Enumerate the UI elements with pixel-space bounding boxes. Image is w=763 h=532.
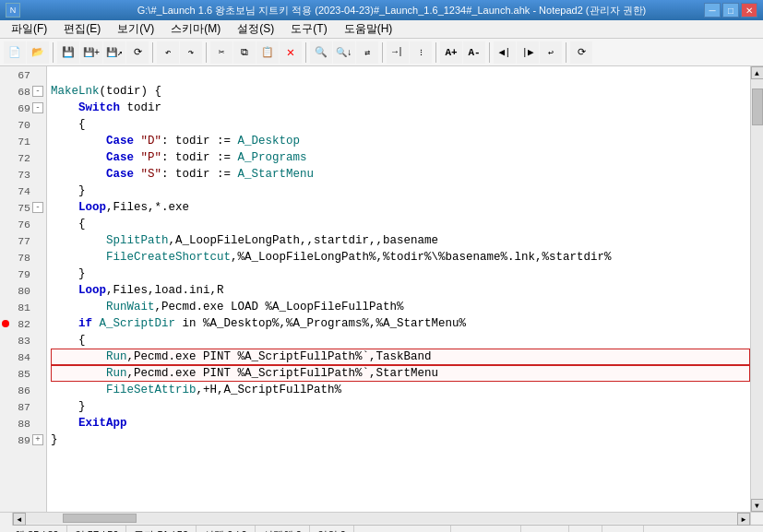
token: ,Pecmd.exe PINT %A_ScriptFullPath%`,Star… (127, 365, 439, 382)
line-number: 84 (10, 351, 30, 363)
fold-icon[interactable]: - (32, 102, 43, 113)
line-number: 77 (10, 235, 30, 247)
line-number: 74 (10, 185, 30, 197)
token: Switch (51, 100, 120, 116)
maximize-button[interactable]: □ (722, 3, 739, 18)
window-title: G:\#_Launch 1.6 왕초보님 지트키 적용 (2023-04-23)… (79, 4, 704, 18)
menu-item-도움말h[interactable]: 도움말(H) (337, 21, 400, 38)
menu-item-도구t[interactable]: 도구(T) (283, 21, 334, 38)
code-area[interactable]: MakeLnk(todir) { Switch todir { Case "D"… (47, 66, 750, 512)
redo-button[interactable]: ↷ (180, 41, 202, 64)
cut-button[interactable]: ✂ (210, 41, 232, 64)
toolbar-sep-3 (206, 42, 207, 63)
scroll-down-arrow[interactable]: ▼ (751, 499, 764, 512)
fold-icon[interactable]: - (32, 86, 43, 97)
gutter-line: 78 (0, 249, 46, 266)
zoom-in-button[interactable]: A+ (440, 41, 462, 64)
line-number: 70 (10, 119, 30, 131)
vertical-scrollbar[interactable]: ▲ ▼ (750, 66, 763, 512)
delete-button[interactable]: ✕ (280, 41, 302, 64)
token: ExitApp (51, 415, 127, 432)
save-copy-button[interactable]: 💾↗ (103, 41, 125, 64)
token: todir (120, 100, 161, 116)
menu-item-보기v[interactable]: 보기(V) (110, 21, 161, 38)
code-line: Loop,Files,load.ini,R (51, 282, 750, 299)
gutter-line: 82 (0, 315, 46, 332)
copy-button[interactable]: ⧉ (233, 41, 256, 64)
new-button[interactable]: 📄 (4, 41, 26, 64)
zoom-tools: A+ A- (440, 41, 485, 64)
scroll-right-arrow[interactable]: ► (737, 513, 750, 526)
find-button[interactable]: 🔍 (310, 41, 332, 64)
line-number: 82 (10, 318, 30, 330)
line-number: 68 (10, 86, 30, 98)
save-button[interactable]: 💾 (57, 41, 79, 64)
run-button[interactable]: ⟳ (570, 41, 592, 64)
code-line: } (51, 432, 750, 448)
menu-item-설정s[interactable]: 설정(S) (230, 21, 281, 38)
gutter-line: 77 (0, 232, 46, 249)
prev-button[interactable]: ◀| (494, 41, 516, 64)
status-eol: CR+LF (521, 526, 569, 532)
token: A_Desktop (238, 133, 301, 149)
undo-button[interactable]: ↶ (157, 41, 179, 64)
token: A_Programs (238, 149, 307, 166)
menu-item-스키마m[interactable]: 스키마(M) (163, 21, 228, 38)
find-next-button[interactable]: 🔍↓ (333, 41, 355, 64)
token: ,Pecmd.exe PINT %A_ScriptFullPath%`,Task… (127, 349, 432, 365)
gutter-line: 75- (0, 199, 46, 216)
wrap-button[interactable]: ↩ (540, 41, 562, 64)
token: Run (51, 349, 127, 365)
toolbar-sep-5 (382, 42, 383, 63)
fold-icon[interactable]: - (32, 202, 43, 213)
token: ,Files,load.ini,R (106, 282, 224, 299)
open-button[interactable]: 📂 (27, 41, 49, 64)
code-line: Loop,Files,*.exe (51, 199, 750, 216)
token: } (51, 398, 86, 415)
status-match: 일치 0 (310, 526, 354, 532)
code-line: MakeLnk(todir) { (51, 83, 750, 100)
paste-button[interactable]: 📋 (256, 41, 279, 64)
code-line: RunWait,Pecmd.exe LOAD %A_LoopFileFullPa… (51, 299, 750, 315)
hscroll-track[interactable] (26, 513, 737, 524)
menu-item-파일f[interactable]: 파일(F) (4, 21, 54, 38)
fold-icon[interactable]: + (32, 434, 43, 445)
gutter-line: 80 (0, 282, 46, 299)
menu-item-편집e[interactable]: 편집(E) (56, 21, 108, 38)
code-line: { (51, 116, 750, 133)
token: Case (51, 133, 134, 149)
token: Loop (51, 199, 106, 216)
scroll-track[interactable] (751, 79, 763, 499)
line-number: 71 (10, 136, 30, 148)
line-number: 69 (10, 102, 30, 114)
hscroll-thumb[interactable] (63, 514, 137, 523)
scroll-thumb[interactable] (752, 89, 763, 125)
scroll-up-arrow[interactable]: ▲ (751, 66, 764, 79)
token: A_StartMenu (238, 166, 315, 183)
gutter-line: 84 (0, 349, 46, 365)
token: "D" (134, 133, 161, 149)
gutter-line: 71 (0, 133, 46, 149)
clip-tools: ✂ ⧉ 📋 ✕ (210, 41, 302, 64)
status-zoom: 100% (602, 526, 644, 532)
title-buttons[interactable]: ─ □ ✕ (704, 3, 757, 18)
scroll-left-arrow[interactable]: ◄ (13, 513, 26, 526)
status-sellines: 선택행 0 (256, 526, 310, 532)
format-button[interactable]: ⫶ (410, 41, 432, 64)
replace-button[interactable]: ⇄ (356, 41, 378, 64)
indent-button[interactable]: →| (387, 41, 409, 64)
token: (todir) { (100, 83, 162, 100)
save-as-button[interactable]: 💾+ (80, 41, 102, 64)
code-line: Case "P": todir := A_Programs (51, 149, 750, 166)
bottom-scroll-area: ◄ ► (0, 512, 763, 525)
minimize-button[interactable]: ─ (704, 3, 721, 18)
zoom-out-button[interactable]: A- (463, 41, 485, 64)
nav-tools: ◀| |▶ ↩ (494, 41, 562, 64)
code-line: ExitApp (51, 415, 750, 432)
reload-button[interactable]: ⟳ (126, 41, 149, 64)
next-button[interactable]: |▶ (517, 41, 539, 64)
close-button[interactable]: ✕ (741, 3, 757, 18)
line-number: 78 (10, 252, 30, 264)
gutter-line: 86 (0, 382, 46, 398)
gutter-line: 79 (0, 266, 46, 282)
